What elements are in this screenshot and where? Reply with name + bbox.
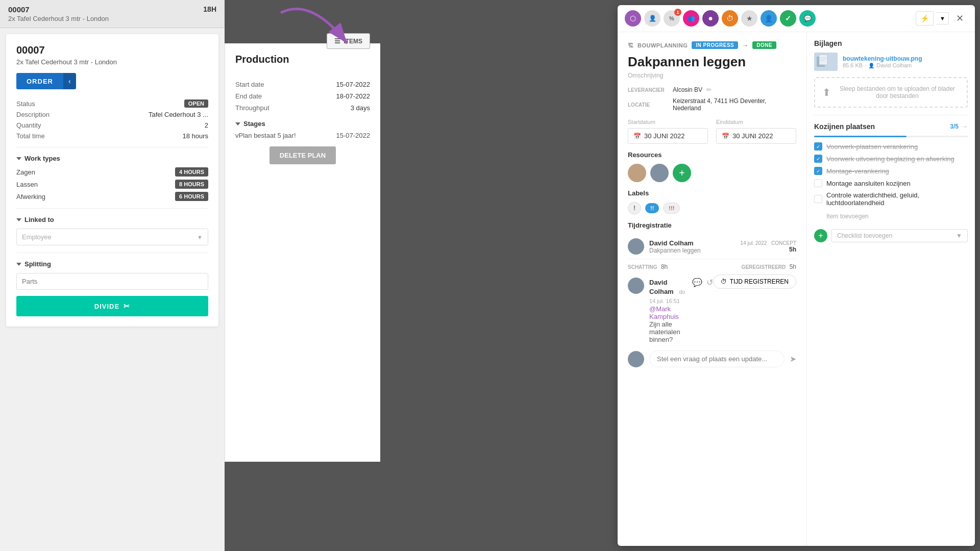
linked-to-title[interactable]: Linked to (16, 216, 208, 223)
linked-arrow (16, 218, 21, 221)
comment-user: David Colham (649, 279, 674, 295)
order-number-header: 00007 (8, 5, 109, 14)
checklist-item[interactable]: ✓Voorwerk-plaatsen verankering (814, 142, 968, 151)
time-entry-avatar (628, 238, 644, 255)
checkbox-checked[interactable]: ✓ (814, 142, 822, 151)
stages-row: vPlan bestaat 5 jaar! 15-07-2022 (235, 132, 370, 139)
comment-text: @Mark Kamphuis Zijn alle materialen binn… (649, 305, 687, 343)
comment-input-row: ➤ (628, 350, 796, 367)
checklist-select-arrow: ▼ (956, 232, 962, 239)
chat-icon-button[interactable]: 💬 (799, 10, 816, 27)
user-icon-button[interactable]: 👤 (644, 10, 660, 27)
throughput-label: Throughput (235, 104, 270, 112)
order-btn-row: ORDER ‹ (16, 73, 208, 89)
time-entry-info: David Colham Dakpannen leggen (649, 239, 736, 254)
einddatum-input[interactable]: 📅 30 JUNI 2022 (716, 128, 796, 144)
add-checklist-button[interactable]: + (814, 229, 827, 242)
time-section: Tijdregistratie David Colham Dakpannen l… (628, 221, 796, 270)
startdatum-value: 30 JUNI 2022 (644, 132, 685, 140)
card-subtitle: 2x Tafel Cederhout 3 mtr - London (16, 58, 208, 66)
time-entry-task: Dakpannen leggen (649, 247, 736, 254)
comment-history-button[interactable]: ↺ (706, 278, 713, 287)
lightning-caret-button[interactable]: ▼ (937, 12, 949, 24)
end-date-row: End date 18-07-2022 (235, 92, 370, 100)
locatie-value: Keizerstraat 4, 7411 HG Deventer, Nederl… (673, 97, 796, 112)
checklist-item[interactable]: ✓Voorwerk uitvoering beglazing en afwerk… (814, 155, 968, 163)
breadcrumb-row: 🏗 BOUWPLANNING IN PROGRESS → DONE (628, 41, 796, 49)
stages-title[interactable]: Stages (235, 120, 370, 128)
checklist-title: Kozijnen plaatsen (814, 122, 875, 131)
label-1[interactable]: ! (628, 202, 641, 214)
checklist-item[interactable]: Montage aansluiten kozijnen (814, 179, 968, 187)
check-item-label: Montage aansluiten kozijnen (826, 180, 911, 187)
start-date-row: Start date 15-07-2022 (235, 81, 370, 88)
modal-close-button[interactable]: ✕ (952, 11, 968, 26)
add-item-link[interactable]: Item toevoegen (814, 211, 968, 222)
clock-small-icon: ⏱ (721, 278, 727, 285)
checklist-progress-row: 3/5 → (950, 123, 968, 130)
checkbox-checked[interactable]: ✓ (814, 167, 822, 175)
splitting-title[interactable]: Splitting (16, 260, 208, 268)
task-title: Dakpannen leggen (628, 54, 796, 70)
delete-plan-button[interactable]: DELETE PLAN (270, 146, 336, 164)
label-2[interactable]: !! (645, 203, 659, 213)
clock-icon-button[interactable]: ⏱ (722, 10, 738, 27)
label-3[interactable]: !!! (663, 203, 680, 214)
dot-icon-button[interactable]: ● (702, 10, 719, 27)
time-entry-date: 14 jul. 2022 CONCEPT (741, 240, 796, 246)
check-icon-button[interactable]: ✓ (780, 10, 796, 27)
employee-select[interactable]: Employee ▼ (16, 229, 208, 245)
nav-icon-button[interactable]: ⬡ (625, 10, 641, 27)
parts-input[interactable] (16, 273, 208, 290)
comment-section: David Colham do 14 jul. 16:51 @Mark Kamp… (628, 278, 796, 367)
checklist-item[interactable]: ✓Montage-verankering (814, 167, 968, 175)
order-title-header: 2x Tafel Cederhout 3 mtr - London (8, 15, 109, 22)
checkbox-checked[interactable]: ✓ (814, 155, 822, 163)
status-badge: OPEN (184, 99, 208, 108)
person-add-icon-button[interactable]: 👤 (761, 10, 777, 27)
attach-filename[interactable]: bouwtekening-uitbouw.png (843, 55, 922, 62)
checklist-items: ✓Voorwerk-plaatsen verankering✓Voorwerk … (814, 142, 968, 207)
status-label: Status (16, 100, 35, 108)
comment-send-button[interactable]: ➤ (790, 354, 796, 364)
percent-icon-button[interactable]: % (664, 10, 680, 27)
divide-button[interactable]: DIVIDE ✂ (16, 296, 208, 316)
description-label-modal: Omschrijving (628, 72, 796, 79)
time-registreren-button[interactable]: ⏱ TIJD REGISTREREN (713, 274, 796, 289)
checklist-expand-button[interactable]: → (962, 123, 968, 130)
breadcrumb-icon: 🏗 (628, 42, 633, 48)
attach-thumbnail (814, 53, 838, 71)
checklist-section: Kozijnen plaatsen 3/5 → ✓Voorwerk-plaats… (814, 122, 968, 242)
comment-entry: David Colham do 14 jul. 16:51 @Mark Kamp… (628, 278, 713, 343)
work-type-label: Afwerking (16, 193, 45, 201)
attach-size: 85.6 KB (843, 62, 863, 68)
checklist-add-row: + Checklist toevoegen ▼ (814, 229, 968, 242)
svg-rect-3 (819, 55, 827, 65)
lightning-button[interactable]: ⚡ (916, 11, 934, 26)
people-icon-button[interactable]: 👥 (683, 10, 699, 27)
startdatum-input[interactable]: 📅 30 JUNI 2022 (628, 128, 708, 144)
comment-emoji-button[interactable]: 💬 (692, 278, 702, 287)
checkbox-unchecked[interactable] (814, 179, 822, 187)
comment-avatar (628, 278, 644, 294)
progress-bar-bg (814, 136, 968, 137)
add-resource-button[interactable]: + (673, 164, 691, 182)
splitting-arrow (16, 263, 21, 266)
work-types-arrow (16, 157, 21, 160)
checklist-item[interactable]: Controle waterdichtheid, geluid, luchtdo… (814, 191, 968, 207)
edit-icon[interactable]: ✏ (706, 86, 712, 93)
end-date-label: End date (235, 92, 262, 100)
time-title: Tijdregistratie (628, 221, 796, 229)
checklist-select[interactable]: Checklist toevoegen ▼ (831, 229, 968, 242)
order-button[interactable]: ORDER (16, 73, 63, 89)
upload-area[interactable]: ⬆ Sleep bestanden om te uploaden of blad… (814, 77, 968, 108)
star-icon-button[interactable]: ★ (741, 10, 757, 27)
calendar-icon-end: 📅 (722, 133, 729, 140)
comment-input-field[interactable] (649, 350, 785, 367)
comment-body: Zijn alle materialen binnen? (649, 320, 680, 343)
order-chevron-button[interactable]: ‹ (63, 73, 76, 89)
checkbox-unchecked[interactable] (814, 195, 822, 203)
labels-row: ! !! !!! (628, 202, 796, 214)
work-types-title[interactable]: Work types (16, 155, 208, 162)
purple-arrow-decoration (271, 3, 373, 69)
